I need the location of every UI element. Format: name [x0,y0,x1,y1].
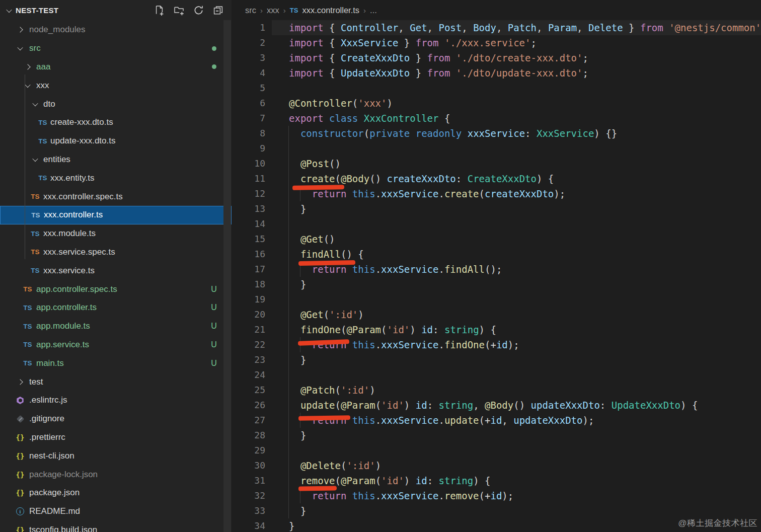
tree-item-label: xxx.module.ts [43,229,96,239]
typescript-file-icon: TS [38,119,47,126]
code-line-28: } [289,428,306,443]
tree-item-xxx.controller.ts[interactable]: TSxxx.controller.ts [0,206,232,224]
tree-item-tsconfig.build.json[interactable]: {}tsconfig.build.json [0,521,232,532]
tree-item-xxx.controller.spec.ts[interactable]: TSxxx.controller.spec.ts [0,187,232,206]
json-file-icon: {} [16,433,25,441]
refresh-icon[interactable] [193,5,204,16]
chevron-down-icon [25,82,30,88]
code-line-15: @Get() [289,232,335,247]
tree-item-label: main.ts [36,358,64,368]
tree-item-app.controller.spec.ts[interactable]: TSapp.controller.spec.tsU [0,280,232,298]
line-number: 25 [232,383,265,398]
info-icon: i [16,507,24,515]
tree-item-package.json[interactable]: {}package.json [0,484,232,502]
chevron-right-icon [25,64,30,69]
tree-item-label: app.controller.ts [36,302,97,313]
red-underline-mark [298,486,337,491]
project-title: NEST-TEST [16,6,58,15]
tree-item-label: .gitignore [29,414,64,424]
tree-item-xxx.entity.ts[interactable]: TSxxx.entity.ts [0,169,232,187]
tree-item-app.module.ts[interactable]: TSapp.module.tsU [0,317,232,336]
line-number: 27 [232,413,265,428]
tree-item-package-lock.json[interactable]: {}package-lock.json [0,465,232,484]
line-number: 24 [232,367,265,383]
breadcrumb-file[interactable]: xxx.controller.ts [302,6,359,15]
tree-item-test[interactable]: test [0,372,232,391]
line-number: 1 [232,20,265,35]
line-number: 7 [232,111,265,126]
line-number: 33 [232,503,265,518]
tree-item-xxx.service.ts[interactable]: TSxxx.service.ts [0,261,232,280]
explorer-section-toggle[interactable]: NEST-TEST [0,6,58,15]
line-number: 10 [232,156,265,171]
collapse-all-icon[interactable] [212,5,223,16]
tree-item-xxx.service.spec.ts[interactable]: TSxxx.service.spec.ts [0,243,232,262]
tree-item-xxx[interactable]: xxx [0,76,232,95]
tree-item-node-modules[interactable]: node_modules [0,21,232,39]
code-line-21: findOne(@Param('id') id: string) { [289,322,496,337]
tree-item-entities[interactable]: entities [0,150,232,169]
breadcrumb-separator-icon: › [363,6,366,15]
line-number: 9 [232,141,265,156]
git-modified-dot-badge [212,46,216,51]
tree-item-create-xxx.dto.ts[interactable]: TScreate-xxx.dto.ts [0,113,232,132]
line-number: 2 [232,35,265,50]
sidebar-scrollbar[interactable] [223,20,231,532]
tree-item-main.ts[interactable]: TSmain.tsU [0,354,232,372]
tree-item-app.controller.ts[interactable]: TSapp.controller.tsU [0,298,232,317]
line-number: 13 [232,201,265,216]
explorer-header: NEST-TEST [0,0,232,21]
line-number: 14 [232,216,265,232]
code-editor[interactable]: src › xxx › TS xxx.controller.ts › ... 1… [232,0,761,532]
red-underline-mark [298,415,350,420]
tree-item-dto[interactable]: dto [0,95,232,113]
tree-item-label: node_modules [29,25,86,35]
tree-item-xxx.module.ts[interactable]: TSxxx.module.ts [0,224,232,243]
line-number: 8 [232,126,265,141]
tree-item-label: app.service.ts [36,340,89,350]
typescript-file-icon: TS [31,211,40,219]
typescript-file-icon: TS [23,304,32,312]
breadcrumb-src[interactable]: src [245,6,256,15]
tree-item-aaa[interactable]: aaa [0,58,232,77]
tree-item-.gitignore[interactable]: .gitignore [0,410,232,428]
line-number: 29 [232,443,265,458]
line-number: 20 [232,307,265,322]
typescript-file-icon: TS [23,285,32,293]
new-folder-icon[interactable] [173,5,184,16]
code-line-32: return this.xxxService.remove(+id); [289,488,513,503]
line-number: 11 [232,171,265,186]
code-line-30: @Delete(':id') [289,458,381,473]
line-number: 17 [232,262,265,277]
code-line-10: @Post() [289,156,341,171]
breadcrumb-more[interactable]: ... [370,6,377,15]
line-number: 21 [232,322,265,337]
git-icon [16,415,24,423]
new-file-icon[interactable] [154,5,165,16]
line-number: 31 [232,473,265,488]
tree-item-label: .prettierrc [29,432,65,442]
tree-item-label: entities [43,155,70,165]
code-line-25: @Patch(':id') [289,383,375,398]
tree-item-nest-cli.json[interactable]: {}nest-cli.json [0,446,232,465]
tree-item-label: src [29,43,41,53]
tree-item-README.md[interactable]: iREADME.md [0,502,232,521]
tree-item-app.service.ts[interactable]: TSapp.service.tsU [0,336,232,354]
code-line-26: update(@Param('id') id: string, @Body() … [289,398,698,413]
git-untracked-badge: U [209,303,218,312]
tree-indent-guide [25,74,25,259]
tree-item-label: aaa [36,62,50,72]
chevron-down-icon [32,101,38,106]
line-number: 5 [232,81,265,96]
tree-item-label: xxx [36,81,49,91]
tree-item-.prettierrc[interactable]: {}.prettierrc [0,428,232,447]
tree-item-update-xxx.dto.ts[interactable]: TSupdate-xxx.dto.ts [0,132,232,150]
tree-item-src[interactable]: src [0,39,232,58]
typescript-file-icon: TS [38,174,47,182]
tree-item-.eslintrc.js[interactable]: .eslintrc.js [0,391,232,410]
breadcrumb-xxx[interactable]: xxx [267,6,279,15]
breadcrumb-separator-icon: › [260,6,263,15]
tree-item-label: xxx.controller.spec.ts [43,192,123,202]
line-number: 3 [232,50,265,65]
code-line-18: } [289,277,306,292]
